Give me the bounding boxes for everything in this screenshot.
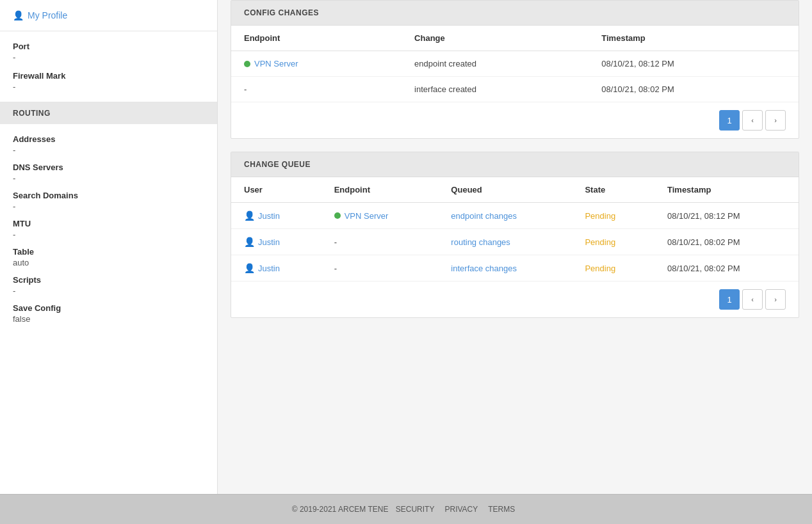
footer-link-privacy[interactable]: PRIVACY (444, 505, 478, 514)
routing-field-label-2: Search Domains (13, 191, 204, 200)
config-changes-header: CONFIG CHANGES (231, 1, 799, 26)
routing-field-value-5: - (13, 286, 204, 296)
timestamp-cell-0: 08/10/21, 08:12 PM (589, 51, 799, 77)
port-value: - (13, 52, 204, 62)
endpoint-link-0[interactable]: VPN Server (244, 59, 389, 68)
footer-link-security[interactable]: SECURITY (396, 505, 435, 514)
change-queue-table: UserEndpointQueuedStateTimestamp 👤Justin… (231, 177, 799, 281)
routing-field-value-6: false (13, 314, 204, 324)
cq-status-dot-0 (334, 212, 341, 219)
routing-field-value-4: auto (13, 258, 204, 267)
routing-field-value-1: - (13, 173, 204, 183)
config-changes-row: VPN Serverendpoint created08/10/21, 08:1… (231, 51, 799, 77)
cq-col-timestamp: Timestamp (654, 177, 799, 203)
col-timestamp: Timestamp (589, 26, 799, 51)
config-changes-header-row: EndpointChangeTimestamp (231, 26, 799, 51)
footer-links: SECURITYPRIVACYTERMS (391, 505, 520, 514)
routing-field-label-1: DNS Servers (13, 163, 204, 172)
change-queue-thead: UserEndpointQueuedStateTimestamp (231, 177, 799, 203)
routing-header: ROUTING (0, 102, 217, 124)
page-next-btn[interactable]: › (765, 110, 786, 131)
cq-page-prev-btn[interactable]: ‹ (742, 289, 763, 310)
cq-endpoint-cell-2: - (321, 255, 439, 282)
queued-link-1[interactable]: routing changes (451, 237, 510, 247)
user-person-icon-0: 👤 (244, 210, 255, 221)
routing-body: Addresses-DNS Servers-Search Domains-MTU… (0, 124, 217, 334)
footer-link-terms[interactable]: TERMS (488, 505, 515, 514)
page-current-btn[interactable]: 1 (719, 110, 740, 131)
cq-next-chevron-icon: › (774, 296, 777, 303)
user-link-0[interactable]: 👤Justin (244, 210, 309, 221)
profile-link[interactable]: 👤 My Profile (13, 10, 204, 20)
change-queue-header: CHANGE QUEUE (231, 152, 799, 177)
config-changes-tbody: VPN Serverendpoint created08/10/21, 08:1… (231, 51, 799, 102)
change-queue-pagination: 1‹› (231, 281, 799, 317)
user-icon: 👤 (13, 10, 24, 20)
change-queue-body: UserEndpointQueuedStateTimestamp 👤Justin… (231, 177, 799, 317)
config-changes-table: EndpointChangeTimestamp VPN Serverendpoi… (231, 26, 799, 102)
state-cell-1: Pending (572, 229, 654, 255)
prev-chevron-icon: ‹ (751, 116, 754, 124)
next-chevron-icon: › (774, 116, 777, 124)
cq-endpoint-cell-1: - (321, 229, 439, 255)
routing-field-label-5: Scripts (13, 275, 204, 285)
port-label: Port (13, 42, 204, 51)
cq-timestamp-cell-2: 08/10/21, 08:02 PM (654, 255, 799, 282)
endpoint-cell-1: - (231, 77, 402, 102)
change-cell-0: endpoint created (402, 51, 589, 77)
content-area: 👤 My Profile Port - Firewall Mark - ROUT… (0, 0, 812, 494)
cq-endpoint-link-0[interactable]: VPN Server (334, 211, 426, 221)
user-link-2[interactable]: 👤Justin (244, 263, 309, 273)
status-dot-0 (244, 61, 250, 67)
routing-field-label-0: Addresses (13, 134, 204, 144)
change-cell-1: interface created (402, 77, 589, 102)
cq-timestamp-cell-0: 08/10/21, 08:12 PM (654, 203, 799, 229)
user-person-icon-2: 👤 (244, 263, 255, 273)
cq-col-user: User (231, 177, 321, 203)
sidebar-port-firewall: Port - Firewall Mark - (0, 31, 217, 102)
cq-prev-chevron-icon: ‹ (751, 296, 754, 303)
queued-link-2[interactable]: interface changes (451, 264, 517, 273)
profile-link-label: My Profile (28, 10, 67, 20)
config-changes-thead: EndpointChangeTimestamp (231, 26, 799, 51)
state-cell-2: Pending (572, 255, 654, 282)
page-wrapper: 👤 My Profile Port - Firewall Mark - ROUT… (0, 0, 812, 524)
state-cell-0: Pending (572, 203, 654, 229)
routing-field-value-3: - (13, 230, 204, 239)
cq-col-state: State (572, 177, 654, 203)
user-person-icon-1: 👤 (244, 237, 255, 247)
page-prev-btn[interactable]: ‹ (742, 110, 763, 131)
change-queue-card: CHANGE QUEUE UserEndpointQueuedStateTime… (231, 152, 799, 318)
col-endpoint: Endpoint (231, 26, 402, 51)
cq-timestamp-cell-1: 08/10/21, 08:02 PM (654, 229, 799, 255)
firewall-mark-value: - (13, 82, 204, 91)
routing-field-label-3: MTU (13, 219, 204, 228)
change-queue-row: 👤Justin-interface changesPending08/10/21… (231, 255, 799, 282)
routing-field-value-2: - (13, 202, 204, 211)
config-changes-row: -interface created08/10/21, 08:02 PM (231, 77, 799, 102)
routing-field-label-6: Save Config (13, 303, 204, 313)
user-link-1[interactable]: 👤Justin (244, 237, 309, 247)
footer: © 2019-2021 ARCEM TENE SECURITYPRIVACYTE… (0, 494, 812, 524)
main-content: CONFIG CHANGES EndpointChangeTimestamp V… (218, 0, 812, 494)
footer-copyright: © 2019-2021 ARCEM TENE (292, 505, 389, 514)
cq-col-queued: Queued (438, 177, 572, 203)
col-change: Change (402, 26, 589, 51)
queued-link-0[interactable]: endpoint changes (451, 211, 517, 221)
routing-field-value-0: - (13, 145, 204, 155)
change-queue-header-row: UserEndpointQueuedStateTimestamp (231, 177, 799, 203)
change-queue-row: 👤Justin-routing changesPending08/10/21, … (231, 229, 799, 255)
sidebar-top: 👤 My Profile (0, 0, 217, 31)
cq-col-endpoint: Endpoint (321, 177, 439, 203)
change-queue-tbody: 👤JustinVPN Serverendpoint changesPending… (231, 203, 799, 282)
routing-field-label-4: Table (13, 247, 204, 257)
cq-page-next-btn[interactable]: › (765, 289, 786, 310)
change-queue-row: 👤JustinVPN Serverendpoint changesPending… (231, 203, 799, 229)
cq-page-current-btn[interactable]: 1 (719, 289, 740, 310)
config-changes-body: EndpointChangeTimestamp VPN Serverendpoi… (231, 26, 799, 138)
config-changes-card: CONFIG CHANGES EndpointChangeTimestamp V… (231, 0, 799, 139)
sidebar: 👤 My Profile Port - Firewall Mark - ROUT… (0, 0, 218, 494)
routing-section: ROUTING Addresses-DNS Servers-Search Dom… (0, 102, 217, 334)
config-changes-pagination: 1‹› (231, 102, 799, 138)
timestamp-cell-1: 08/10/21, 08:02 PM (589, 77, 799, 102)
